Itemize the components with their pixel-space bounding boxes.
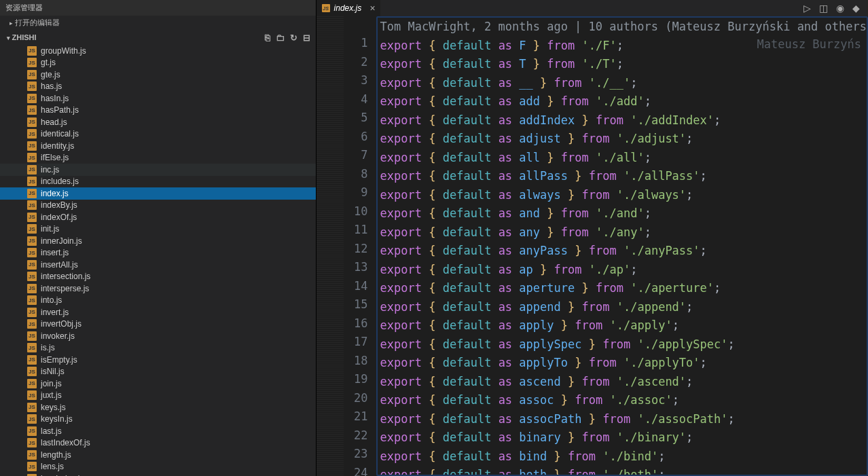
code-line[interactable]: export { default as bind } from './bind'… — [378, 447, 867, 466]
file-item[interactable]: JSinsertAll.js — [0, 259, 316, 271]
file-item[interactable]: JSidentity.js — [0, 140, 316, 152]
code-line[interactable]: export { default as applyTo } from './ap… — [378, 354, 867, 373]
code-line[interactable]: export { default as addIndex } from './a… — [378, 111, 867, 130]
file-item[interactable]: JSindex.js — [0, 187, 316, 200]
file-item[interactable]: JSinvoker.js — [0, 330, 316, 342]
line-number: 11 — [344, 221, 368, 240]
file-label: invertObj.js — [41, 319, 82, 329]
file-label: intersection.js — [41, 272, 90, 281]
code-line[interactable]: export { default as ascend } from './asc… — [378, 373, 867, 392]
file-item[interactable]: JSkeys.js — [0, 401, 316, 414]
split-editor-icon[interactable]: ◫ — [819, 3, 828, 14]
js-file-icon: JS — [27, 355, 37, 365]
code-line[interactable]: export { default as ap } from './ap'; — [378, 261, 867, 280]
file-label: index.js — [41, 189, 69, 198]
code-line[interactable]: export { default as assoc } from './asso… — [378, 391, 867, 410]
file-item[interactable]: JSifElse.js — [0, 152, 316, 164]
file-item[interactable]: JSlast.js — [0, 425, 316, 437]
refresh-icon[interactable]: ↻ — [290, 33, 297, 43]
file-item[interactable]: JSkeysIn.js — [0, 414, 316, 426]
file-item[interactable]: JSindexOf.js — [0, 211, 316, 223]
file-item[interactable]: JShasPath.js — [0, 105, 316, 117]
line-number: 6 — [344, 128, 368, 147]
js-file-icon: JS — [27, 200, 37, 210]
code-line[interactable]: export { default as anyPass } from './an… — [378, 242, 867, 261]
file-item[interactable]: JSidentical.js — [0, 128, 316, 141]
js-file-icon: JS — [27, 284, 37, 293]
preview-icon[interactable]: ◉ — [836, 3, 844, 14]
js-file-icon: JS — [27, 450, 37, 460]
code-line[interactable]: export { default as aperture } from './a… — [378, 279, 867, 298]
code-line[interactable]: export { default as both } from './both'… — [378, 466, 867, 476]
code-line[interactable]: export { default as and } from './and'; — [378, 204, 867, 223]
file-item[interactable]: JSis.js — [0, 342, 316, 354]
collapse-icon[interactable]: ⊟ — [303, 33, 310, 43]
file-list[interactable]: JSgroupWith.jsJSgt.jsJSgte.jsJShas.jsJSh… — [0, 45, 316, 476]
code-line[interactable]: export { default as __ } from './__'; — [378, 74, 867, 93]
file-item[interactable]: JSincludes.js — [0, 176, 316, 188]
code-line[interactable]: export { default as all } from './all'; — [378, 149, 867, 168]
file-item[interactable]: JSinvertObj.js — [0, 318, 316, 331]
line-number: 1 — [344, 34, 368, 53]
line-number: 12 — [344, 240, 368, 259]
file-item[interactable]: JSintersection.js — [0, 271, 316, 283]
run-icon[interactable]: ▷ — [803, 3, 811, 14]
js-file-icon: JS — [27, 94, 37, 103]
workspace-folder[interactable]: ZHISHI — [7, 31, 42, 43]
file-item[interactable]: JSinit.js — [0, 223, 316, 236]
code-line[interactable]: export { default as applySpec } from './… — [378, 335, 867, 354]
file-label: inc.js — [41, 165, 59, 175]
file-label: identity.js — [41, 141, 74, 151]
file-item[interactable]: JSlens.js — [0, 461, 316, 473]
file-item[interactable]: JSgroupWith.js — [0, 45, 316, 57]
minimap[interactable] — [317, 16, 344, 476]
file-item[interactable]: JSinvert.js — [0, 306, 316, 318]
file-label: isEmpty.js — [41, 355, 77, 365]
file-item[interactable]: JSlastIndexOf.js — [0, 437, 316, 450]
file-label: hasPath.js — [41, 105, 79, 115]
js-file-icon: JS — [27, 117, 37, 127]
code-line[interactable]: export { default as T } from './T'; — [378, 55, 867, 74]
file-item[interactable]: JSinc.js — [0, 164, 316, 176]
file-item[interactable]: JSindexBy.js — [0, 200, 316, 212]
js-file-icon: JS — [27, 248, 37, 257]
js-file-icon: JS — [27, 129, 37, 139]
file-item[interactable]: JSjuxt.js — [0, 390, 316, 402]
js-file-icon: JS — [27, 379, 37, 388]
open-editors-section[interactable]: 打开的编辑器 — [0, 16, 316, 30]
code-line[interactable]: export { default as adjust } from './adj… — [378, 130, 867, 149]
new-file-icon[interactable]: ⎘ — [265, 33, 270, 43]
file-item[interactable]: JSlength.js — [0, 449, 316, 461]
file-item[interactable]: JSlensIndex.js — [0, 473, 316, 476]
file-item[interactable]: JSinsert.js — [0, 247, 316, 259]
file-item[interactable]: JShas.js — [0, 81, 316, 93]
code-line[interactable]: export { default as add } from './add'; — [378, 92, 867, 111]
js-file-icon: JS — [27, 308, 37, 317]
close-icon[interactable]: × — [369, 3, 375, 14]
file-item[interactable]: JSjoin.js — [0, 378, 316, 390]
file-item[interactable]: JSinnerJoin.js — [0, 235, 316, 247]
file-item[interactable]: JSgte.js — [0, 69, 316, 81]
code-line[interactable]: export { default as always } from './alw… — [378, 186, 867, 205]
js-file-icon: JS — [27, 70, 37, 79]
file-item[interactable]: JShead.js — [0, 116, 316, 128]
code-line[interactable]: export { default as any } from './any'; — [378, 223, 867, 242]
git-blame-header: Tom MacWright, 2 months ago | 10 authors… — [378, 18, 867, 37]
code-line[interactable]: export { default as allPass } from './al… — [378, 167, 867, 186]
new-folder-icon[interactable]: 🗀 — [276, 33, 285, 43]
code-editor[interactable]: Tom MacWright, 2 months ago | 10 authors… — [376, 16, 868, 476]
code-line[interactable]: export { default as append } from './app… — [378, 298, 867, 317]
code-line[interactable]: export { default as assocPath } from './… — [378, 410, 867, 429]
code-line[interactable]: export { default as apply } from './appl… — [378, 316, 867, 335]
file-item[interactable]: JSisEmpty.js — [0, 354, 316, 366]
file-item[interactable]: JSisNil.js — [0, 366, 316, 378]
file-item[interactable]: JSintersperse.js — [0, 282, 316, 295]
file-label: isNil.js — [41, 367, 65, 376]
file-item[interactable]: JSgt.js — [0, 57, 316, 69]
file-item[interactable]: JSinto.js — [0, 295, 316, 307]
tab-index-js[interactable]: JS index.js × — [317, 0, 381, 16]
code-line[interactable]: export { default as binary } from './bin… — [378, 428, 867, 447]
explorer-title: 资源管理器 — [0, 0, 316, 16]
file-item[interactable]: JShasIn.js — [0, 92, 316, 105]
more-actions-icon[interactable]: ◆ — [852, 3, 860, 14]
